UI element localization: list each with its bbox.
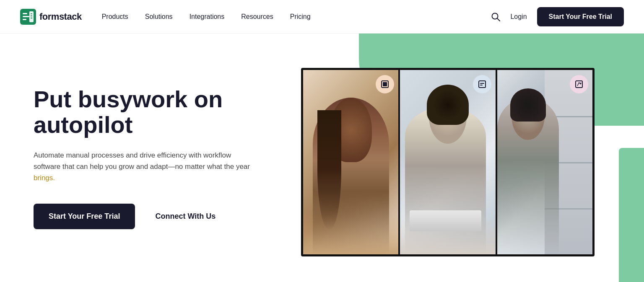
hero-headline: Put busywork on autopilot (34, 86, 257, 138)
svg-rect-12 (479, 81, 486, 88)
logo-link[interactable]: formstack (20, 9, 82, 25)
panel-2-laptop (410, 210, 481, 231)
login-link[interactable]: Login (510, 13, 527, 21)
svg-rect-15 (576, 81, 582, 88)
badge-1-icon (381, 80, 389, 88)
badge-2-icon (478, 80, 486, 88)
hero-content: Put busywork on autopilot Automate manua… (0, 53, 277, 263)
nav-item-resources[interactable]: Resources (241, 13, 273, 20)
nav-item-pricing[interactable]: Pricing (290, 13, 311, 20)
formstack-logo-icon (20, 9, 36, 25)
hero-section: Put busywork on autopilot Automate manua… (0, 34, 644, 282)
green-decoration-bottom (619, 148, 644, 282)
svg-rect-2 (23, 16, 29, 17)
panel-3-hair (510, 88, 545, 122)
svg-rect-4 (29, 11, 34, 22)
hero-collage (301, 68, 595, 256)
collage-panel-2 (398, 70, 495, 254)
nav-item-integrations[interactable]: Integrations (190, 13, 225, 20)
main-nav: formstack Products Solutions Integration… (0, 0, 644, 34)
hero-subtext: Automate manual processes and drive effi… (34, 150, 257, 184)
logo-text: formstack (39, 11, 82, 22)
collage-panel-3 (496, 70, 592, 254)
svg-rect-14 (480, 85, 483, 85)
nav-menu: Products Solutions Integrations Resource… (102, 13, 311, 21)
hero-cta-primary-button[interactable]: Start Your Free Trial (34, 204, 135, 229)
svg-line-9 (497, 18, 500, 21)
hero-visual (277, 34, 644, 282)
collage-panel-1 (303, 70, 398, 254)
hero-cta-secondary-link[interactable]: Connect With Us (155, 212, 216, 221)
nav-item-products[interactable]: Products (102, 13, 128, 20)
svg-rect-6 (31, 16, 32, 16)
panel-2-hair (427, 85, 469, 125)
svg-rect-1 (23, 13, 27, 14)
hero-subtext-highlight: brings. (34, 174, 55, 182)
hero-cta-group: Start Your Free Trial Connect With Us (34, 204, 257, 229)
search-icon (491, 12, 500, 21)
badge-3-icon (575, 80, 583, 88)
svg-rect-3 (23, 19, 26, 20)
svg-rect-7 (31, 18, 32, 18)
panel-2-badge (473, 75, 491, 93)
nav-right: Login Start Your Free Trial (491, 7, 624, 26)
search-button[interactable] (491, 12, 500, 21)
svg-rect-5 (31, 13, 32, 14)
panel-3-badge (570, 75, 588, 93)
svg-rect-13 (480, 83, 484, 84)
panel-1-hair (317, 110, 341, 230)
nav-cta-button[interactable]: Start Your Free Trial (537, 7, 624, 26)
svg-rect-11 (383, 82, 387, 86)
nav-item-solutions[interactable]: Solutions (145, 13, 173, 20)
panel-1-badge (376, 75, 394, 93)
